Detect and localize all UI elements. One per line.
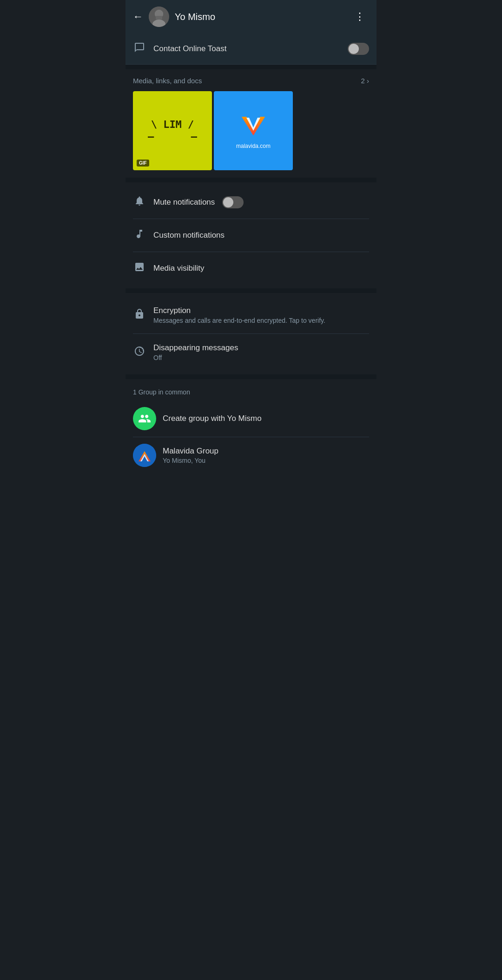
gif-art: \ LIM /— — bbox=[148, 119, 197, 143]
music-note-icon bbox=[133, 228, 146, 242]
malavida-image: malavida.com bbox=[214, 91, 293, 170]
create-group-row[interactable]: Create group with Yo Mismo bbox=[126, 400, 376, 437]
svg-rect-4 bbox=[156, 16, 162, 20]
encryption-content: Encryption Messages and calls are end-to… bbox=[153, 306, 369, 324]
svg-marker-7 bbox=[242, 117, 265, 135]
toggle-knob bbox=[349, 44, 359, 54]
encryption-subtitle: Messages and calls are end-to-end encryp… bbox=[153, 317, 369, 324]
gif-image: \ LIM /— — GIF bbox=[133, 91, 212, 170]
contact-online-toast-row[interactable]: Contact Online Toast bbox=[126, 33, 376, 65]
disappearing-content: Disappearing messages Off bbox=[153, 343, 369, 361]
toggle-knob bbox=[223, 197, 233, 207]
malavida-group-subtitle: Yo Mismo, You bbox=[163, 457, 369, 464]
back-button[interactable]: ← bbox=[133, 11, 143, 23]
media-grid: \ LIM /— — GIF bbox=[133, 91, 369, 178]
avatar-image bbox=[149, 7, 169, 27]
disappearing-title: Disappearing messages bbox=[153, 343, 369, 353]
media-section: Media, links, and docs 2 › \ LIM /— — GI… bbox=[126, 69, 376, 178]
malavida-group-name: Malavida Group bbox=[163, 447, 369, 456]
malavida-group-icon bbox=[133, 444, 156, 467]
contact-name: Yo Mismo bbox=[175, 12, 345, 22]
contact-online-toggle[interactable] bbox=[348, 43, 369, 55]
encryption-row[interactable]: Encryption Messages and calls are end-to… bbox=[126, 297, 376, 333]
timer-icon bbox=[133, 346, 146, 360]
mute-notifications-row[interactable]: Mute notifications bbox=[126, 186, 376, 219]
bell-icon bbox=[133, 195, 146, 209]
header: ← Yo Mismo ⋮ bbox=[126, 0, 376, 33]
create-group-label: Create group with Yo Mismo bbox=[163, 414, 262, 423]
encryption-title: Encryption bbox=[153, 306, 369, 315]
disappearing-messages-row[interactable]: Disappearing messages Off bbox=[126, 334, 376, 371]
groups-header: 1 Group in common bbox=[126, 379, 376, 400]
malavida-group-row[interactable]: Malavida Group Yo Mismo, You bbox=[126, 437, 376, 473]
section-divider-3 bbox=[126, 288, 376, 293]
groups-section: 1 Group in common Create group with Yo M… bbox=[126, 379, 376, 473]
group-add-icon bbox=[138, 412, 151, 425]
media-visibility-row[interactable]: Media visibility bbox=[126, 252, 376, 285]
disappearing-subtitle: Off bbox=[153, 354, 369, 361]
notifications-section: Mute notifications Custom notifications … bbox=[126, 182, 376, 288]
media-visibility-label: Media visibility bbox=[153, 264, 205, 273]
avatar bbox=[149, 7, 169, 27]
media-thumb-gif[interactable]: \ LIM /— — GIF bbox=[133, 91, 212, 170]
create-group-avatar bbox=[133, 407, 156, 430]
media-count[interactable]: 2 › bbox=[361, 77, 369, 85]
section-divider-1 bbox=[126, 65, 376, 69]
media-section-label: Media, links, and docs bbox=[133, 77, 202, 85]
malavida-site-label: malavida.com bbox=[236, 143, 271, 149]
malavida-group-info: Malavida Group Yo Mismo, You bbox=[163, 447, 369, 464]
malavida-logo-icon bbox=[237, 112, 270, 140]
custom-notifications-row[interactable]: Custom notifications bbox=[126, 219, 376, 252]
image-icon bbox=[133, 261, 146, 275]
media-header: Media, links, and docs 2 › bbox=[133, 77, 369, 85]
message-icon bbox=[133, 42, 146, 56]
section-divider-2 bbox=[126, 178, 376, 182]
mute-notifications-label: Mute notifications bbox=[153, 198, 215, 207]
encryption-section: Encryption Messages and calls are end-to… bbox=[126, 293, 376, 374]
gif-badge: GIF bbox=[137, 160, 149, 167]
media-thumb-malavida[interactable]: malavida.com bbox=[214, 91, 293, 170]
section-divider-4 bbox=[126, 374, 376, 379]
mute-notifications-toggle[interactable] bbox=[222, 196, 244, 208]
malavida-group-avatar bbox=[133, 444, 156, 467]
lock-icon bbox=[133, 308, 146, 322]
more-options-button[interactable]: ⋮ bbox=[351, 9, 369, 25]
custom-notifications-label: Custom notifications bbox=[153, 231, 225, 240]
contact-online-toast-label: Contact Online Toast bbox=[153, 44, 340, 53]
